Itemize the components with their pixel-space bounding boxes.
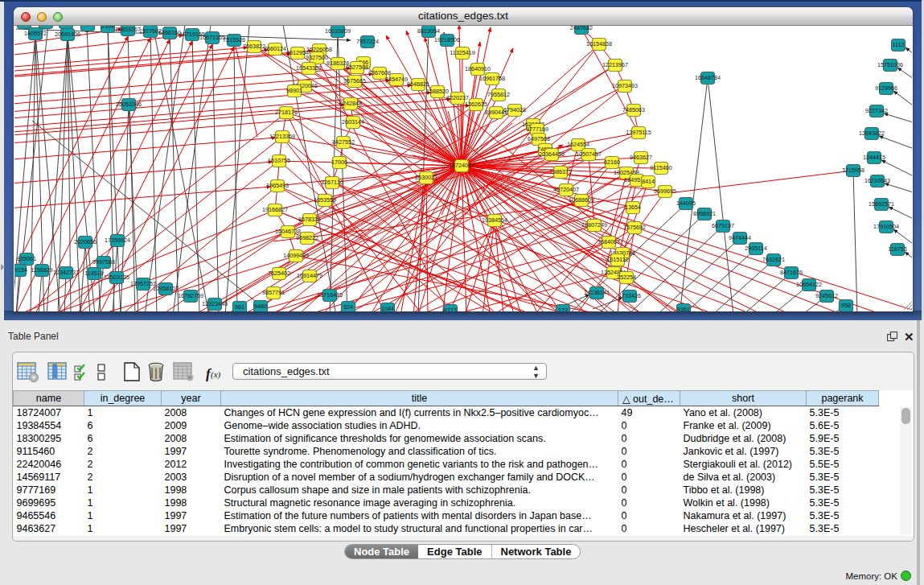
svg-text:9997588: 9997588 bbox=[92, 258, 115, 266]
svg-text:13975115: 13975115 bbox=[626, 129, 651, 136]
svg-text:252254: 252254 bbox=[617, 274, 636, 281]
svg-text:114519: 114519 bbox=[84, 270, 103, 277]
svg-text:1044: 1044 bbox=[381, 305, 394, 311]
svg-text:18724007: 18724007 bbox=[449, 162, 474, 169]
svg-text:9242848: 9242848 bbox=[339, 100, 362, 107]
svg-text:10853267: 10853267 bbox=[115, 26, 141, 33]
svg-text:26053346: 26053346 bbox=[116, 101, 142, 108]
svg-text:12323446: 12323446 bbox=[202, 300, 228, 307]
svg-text:20691406: 20691406 bbox=[55, 31, 80, 38]
svg-text:16033809: 16033809 bbox=[325, 27, 351, 35]
svg-text:7625402: 7625402 bbox=[268, 270, 290, 277]
svg-text:6679197: 6679197 bbox=[712, 222, 734, 229]
svg-text:1405572: 1405572 bbox=[24, 30, 47, 37]
svg-text:6794028: 6794028 bbox=[503, 106, 526, 113]
svg-text:524: 524 bbox=[343, 303, 353, 311]
svg-text:14136141: 14136141 bbox=[584, 289, 610, 296]
svg-text:6497568: 6497568 bbox=[528, 135, 550, 142]
svg-text:8414: 8414 bbox=[642, 178, 655, 185]
svg-text:10688609: 10688609 bbox=[569, 196, 594, 204]
svg-text:9699695: 9699695 bbox=[654, 187, 676, 195]
svg-text:12213967: 12213967 bbox=[602, 61, 628, 68]
svg-text:16210643: 16210643 bbox=[864, 177, 890, 184]
svg-text:7485063: 7485063 bbox=[622, 106, 645, 113]
svg-text:17359924: 17359924 bbox=[105, 237, 130, 244]
svg-text:16154838: 16154838 bbox=[586, 40, 612, 47]
svg-text:9227342: 9227342 bbox=[865, 107, 888, 114]
svg-text:7955812: 7955812 bbox=[487, 91, 510, 98]
svg-text:1353559: 1353559 bbox=[314, 196, 336, 204]
svg-text:7663822: 7663822 bbox=[243, 43, 265, 50]
svg-text:7957224: 7957224 bbox=[356, 38, 379, 45]
svg-text:16543362: 16543362 bbox=[296, 64, 322, 72]
svg-text:45720407: 45720407 bbox=[553, 186, 579, 193]
svg-text:7515526: 7515526 bbox=[223, 36, 245, 43]
svg-text:9527508: 9527508 bbox=[346, 64, 368, 71]
svg-text:961: 961 bbox=[235, 303, 244, 311]
svg-text:9327500: 9327500 bbox=[306, 54, 328, 61]
svg-text:15692571: 15692571 bbox=[869, 200, 894, 208]
svg-text:2935114: 2935114 bbox=[745, 245, 766, 252]
svg-text:3675685: 3675685 bbox=[343, 77, 366, 84]
svg-text:12342737: 12342737 bbox=[53, 269, 79, 276]
svg-text:2487682: 2487682 bbox=[570, 26, 593, 31]
svg-text:10507457: 10507457 bbox=[576, 150, 602, 158]
svg-text:1362635: 1362635 bbox=[465, 101, 487, 108]
svg-text:20364436: 20364436 bbox=[539, 150, 565, 158]
svg-text:(x): (x) bbox=[211, 369, 221, 380]
svg-text:6466160: 6466160 bbox=[158, 29, 181, 36]
svg-text:62160: 62160 bbox=[604, 159, 620, 166]
svg-text:3215958: 3215958 bbox=[842, 167, 864, 174]
svg-text:2530021: 2530021 bbox=[415, 174, 437, 181]
svg-text:2718176: 2718176 bbox=[275, 109, 298, 116]
svg-text:7575692: 7575692 bbox=[623, 224, 646, 231]
svg-text:1965493: 1965493 bbox=[266, 182, 289, 189]
svg-text:1112: 1112 bbox=[893, 41, 905, 48]
svg-text:39154: 39154 bbox=[14, 266, 27, 274]
svg-text:8813054: 8813054 bbox=[417, 27, 440, 35]
svg-text:2020656: 2020656 bbox=[74, 238, 97, 245]
svg-text:8454749: 8454749 bbox=[385, 76, 408, 83]
svg-text:9361: 9361 bbox=[677, 306, 690, 311]
svg-text:1244415: 1244415 bbox=[863, 154, 885, 161]
svg-text:16648784: 16648784 bbox=[695, 74, 721, 81]
svg-text:3267130: 3267130 bbox=[321, 179, 343, 186]
svg-text:15751036: 15751036 bbox=[877, 61, 903, 68]
svg-text:17006: 17006 bbox=[331, 159, 347, 166]
svg-text:116753: 116753 bbox=[888, 245, 906, 253]
svg-text:9115460: 9115460 bbox=[650, 164, 671, 171]
svg-text:2104: 2104 bbox=[101, 26, 114, 30]
svg-text:144095: 144095 bbox=[676, 200, 696, 207]
svg-text:8427552: 8427552 bbox=[332, 138, 355, 146]
svg-text:16961758: 16961758 bbox=[479, 75, 505, 82]
svg-text:12213369: 12213369 bbox=[269, 133, 295, 140]
svg-text:123: 123 bbox=[558, 307, 568, 311]
svg-text:9698222: 9698222 bbox=[296, 234, 318, 241]
svg-text:19384554: 19384554 bbox=[482, 216, 507, 224]
svg-text:8678334: 8678334 bbox=[298, 216, 321, 223]
svg-text:12093822: 12093822 bbox=[859, 130, 885, 137]
svg-text:1733426: 1733426 bbox=[618, 292, 641, 299]
svg-text:19218506: 19218506 bbox=[434, 36, 460, 43]
svg-text:1588520: 1588520 bbox=[426, 88, 449, 95]
svg-text:9646821: 9646821 bbox=[407, 80, 429, 88]
svg-text:1615112: 1615112 bbox=[606, 256, 628, 263]
svg-text:16914479: 16914479 bbox=[297, 272, 322, 279]
svg-text:18807249: 18807249 bbox=[581, 221, 607, 229]
svg-text:17910504: 17910504 bbox=[873, 223, 899, 230]
svg-text:1156829: 1156829 bbox=[31, 266, 52, 274]
svg-text:7986372: 7986372 bbox=[549, 168, 572, 175]
svg-text:9777169: 9777169 bbox=[526, 126, 548, 133]
svg-text:835061: 835061 bbox=[17, 255, 36, 262]
svg-text:13654: 13654 bbox=[625, 204, 641, 211]
svg-text:11325419: 11325419 bbox=[450, 49, 474, 56]
svg-text:12503135: 12503135 bbox=[104, 274, 129, 281]
svg-text:13716485: 13716485 bbox=[317, 291, 343, 299]
svg-text:9463627: 9463627 bbox=[630, 154, 652, 161]
svg-text:10958107: 10958107 bbox=[153, 285, 179, 292]
svg-text:16782759: 16782759 bbox=[178, 292, 203, 299]
svg-text:18640910: 18640910 bbox=[465, 65, 491, 72]
svg-text:1624554: 1624554 bbox=[567, 141, 589, 148]
svg-text:1610755: 1610755 bbox=[268, 157, 290, 164]
svg-text:9245612: 9245612 bbox=[815, 292, 838, 299]
